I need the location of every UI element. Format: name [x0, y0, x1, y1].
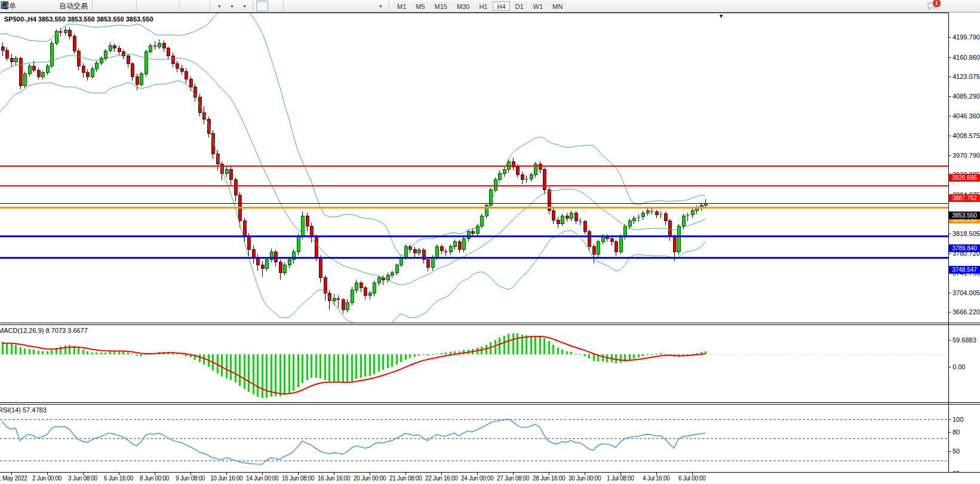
- macd-axis[interactable]: 59.68830.00-98.3915: [949, 325, 980, 402]
- indicators-caret: ▼: [217, 4, 222, 8]
- text-tool-button[interactable]: A: [349, 1, 361, 11]
- time-tick-label: 10 Jun 16:00: [210, 475, 242, 482]
- price-tick-label: 3704.005: [953, 290, 980, 296]
- time-tick-label: 2 Jun 00:00: [32, 475, 62, 482]
- tile-windows-button[interactable]: [165, 1, 177, 11]
- time-tick-label: 6 Jun 16:00: [104, 475, 133, 482]
- time-tick-label: 21 Jun 08:00: [389, 475, 422, 482]
- time-tick-label: 28 Jun 16:00: [533, 475, 565, 482]
- rsi-tick-label: 100: [953, 416, 963, 423]
- chart-window[interactable]: SP500-,H4 3853.550 3853.550 3853.550 385…: [0, 13, 980, 484]
- line-chart-button[interactable]: [122, 1, 134, 11]
- time-tick-label: 9 Jun 08:00: [176, 475, 205, 482]
- notifications-button[interactable]: 1: [926, 1, 938, 11]
- zoom-out-button[interactable]: [152, 1, 164, 11]
- horizontal-price-line[interactable]: [0, 235, 948, 237]
- macd-pane[interactable]: MACD(12,26,9) 8.7073 3.6677: [0, 325, 948, 402]
- timeframe-m15[interactable]: M15: [431, 1, 451, 11]
- toolbar-separator: [210, 1, 211, 11]
- time-tick-label: 14 Jun 00:00: [246, 475, 278, 482]
- templates-caret: ▼: [242, 4, 247, 8]
- price-tick-label: 4160.860: [953, 54, 980, 61]
- time-tick-label: 24 Jun 00:00: [461, 475, 493, 482]
- rsi-label: RSI(14) 57.4783: [0, 406, 47, 413]
- arrows-tool-button[interactable]: ▼: [374, 1, 386, 11]
- time-tick-label: 31 May 2022: [0, 475, 27, 482]
- candlestick-button[interactable]: [109, 1, 121, 11]
- price-line-label: 3853.550: [949, 212, 980, 219]
- price-tick-label: 3666.220: [953, 309, 980, 315]
- price-tick-label: 3818.505: [953, 231, 980, 237]
- time-tick-label: 1 Jul 08:00: [607, 475, 634, 482]
- timeframe-m5[interactable]: M5: [411, 1, 429, 11]
- timeframe-toolbar: M1M5M15M30H1H4D1W1MN: [392, 1, 567, 11]
- timeframe-h4[interactable]: H4: [493, 1, 509, 11]
- mt4-terminal: { "toolbar": { "order_label": "订单", "aut…: [0, 0, 980, 484]
- notification-badge: 1: [932, 0, 941, 8]
- rsi-axis[interactable]: 1008050150: [949, 405, 980, 472]
- time-axis[interactable]: 31 May 20222 Jun 00:003 Jun 08:006 Jun 1…: [0, 473, 980, 484]
- rsi-tick-label: 50: [953, 448, 960, 455]
- bar-chart-button[interactable]: [97, 1, 109, 11]
- search-button[interactable]: [914, 1, 926, 11]
- timeframe-m30[interactable]: M30: [453, 1, 474, 11]
- horizontal-price-line[interactable]: [0, 203, 948, 204]
- price-tick-label: 4008.575: [953, 133, 980, 139]
- time-tick-label: 20 Jun 00:00: [354, 475, 386, 482]
- macd-chart[interactable]: [0, 325, 948, 402]
- time-tick-label: 8 Jun 00:00: [140, 475, 169, 482]
- horizontal-price-line[interactable]: [0, 185, 948, 186]
- price-line-label: 3748.547: [949, 266, 980, 274]
- auto-scroll-button[interactable]: [183, 1, 195, 11]
- toolbar: 订单 自动交易 ▼ ▼: [0, 0, 980, 13]
- equidistant-channel-button[interactable]: E: [324, 1, 336, 11]
- horizontal-price-line[interactable]: [0, 166, 948, 167]
- price-tick-label: 4123.075: [953, 73, 980, 80]
- horizontal-line-button[interactable]: [299, 1, 311, 11]
- candlestick-chart[interactable]: [0, 13, 948, 323]
- rsi-chart[interactable]: [0, 405, 948, 472]
- timeframe-d1[interactable]: D1: [511, 1, 528, 11]
- search-icon: [0, 0, 10, 10]
- horizontal-price-line[interactable]: [0, 257, 948, 259]
- timeframe-mn[interactable]: MN: [548, 1, 567, 11]
- autotrade-button[interactable]: 自动交易: [57, 1, 90, 11]
- toolbar-grip: [92, 2, 95, 10]
- cursor-button[interactable]: [256, 1, 268, 11]
- fibonacci-button[interactable]: F: [337, 1, 349, 11]
- rsi-pane[interactable]: RSI(14) 57.4783: [0, 405, 948, 472]
- periods-caret: ▼: [230, 4, 234, 8]
- vertical-line-button[interactable]: [287, 1, 299, 11]
- time-tick-label: 15 Jun 08:00: [282, 475, 314, 482]
- label-tool-button[interactable]: T: [362, 1, 374, 11]
- time-tick-label: 30 Jun 00:00: [569, 475, 601, 482]
- time-tick-label: 27 Jun 08:00: [497, 475, 529, 482]
- timeframe-w1[interactable]: W1: [529, 1, 548, 11]
- timeframe-m1[interactable]: M1: [393, 1, 410, 11]
- price-chart-pane[interactable]: SP500-,H4 3853.550 3853.550 3853.550 385…: [0, 13, 948, 323]
- chart-shift-button[interactable]: [195, 1, 207, 11]
- account-button[interactable]: [32, 1, 44, 11]
- rsi-tick-label: 80: [953, 429, 960, 436]
- price-tick-label: 3970.790: [953, 152, 980, 159]
- price-line-label: 3789.840: [949, 244, 980, 252]
- axis-border: [948, 13, 949, 472]
- time-tick-label: 16 Jun 16:00: [318, 475, 350, 482]
- price-line-label: 3926.695: [949, 174, 980, 182]
- macd-label: MACD(12,26,9) 8.7073 3.6677: [0, 327, 88, 334]
- price-tick-label: 4199.790: [953, 34, 980, 41]
- horizontal-price-line[interactable]: [0, 207, 948, 209]
- deposit-button[interactable]: [19, 1, 31, 11]
- templates-button[interactable]: ▼: [238, 1, 250, 11]
- signal-button[interactable]: [44, 1, 56, 11]
- periods-button[interactable]: ▼: [226, 1, 238, 11]
- indicators-button[interactable]: ▼: [213, 1, 225, 11]
- chart-title: SP500-,H4 3853.550 3853.550 3853.550 385…: [4, 16, 153, 23]
- time-tick-label: 3 Jun 08:00: [68, 475, 97, 482]
- timeframe-h1[interactable]: H1: [475, 1, 491, 11]
- zoom-in-button[interactable]: [140, 1, 152, 11]
- price-axis[interactable]: 4199.7904160.8604123.0754085.2904046.360…: [949, 13, 980, 323]
- price-line-label: 3887.762: [949, 194, 980, 202]
- trendline-button[interactable]: [312, 1, 324, 11]
- crosshair-button[interactable]: [269, 1, 281, 11]
